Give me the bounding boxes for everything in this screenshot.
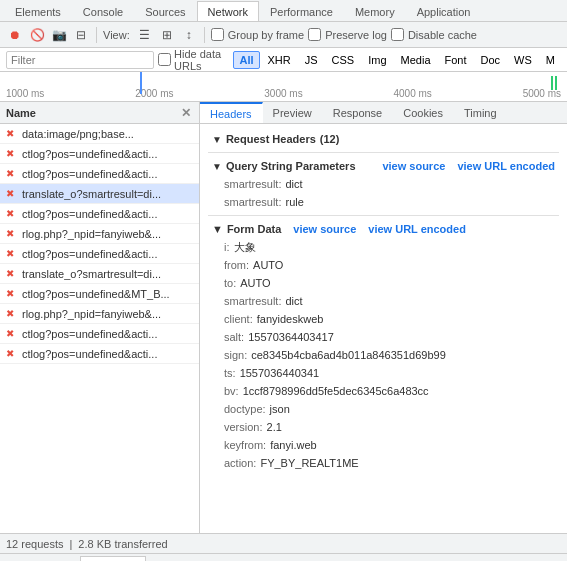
clear-button[interactable]: 🚫 [28, 26, 46, 44]
timeline-cursor [140, 72, 142, 94]
tab-application[interactable]: Application [406, 1, 482, 21]
tab-memory[interactable]: Memory [344, 1, 406, 21]
form-data-section[interactable]: ▼ Form Data view source view URL encoded [208, 220, 559, 238]
type-filter-ws[interactable]: WS [508, 51, 538, 69]
request-item[interactable]: ✖ ctlog?pos=undefined&acti... [0, 144, 199, 164]
type-filter-font[interactable]: Font [439, 51, 473, 69]
request-item[interactable]: ✖ data:image/png;base... [0, 124, 199, 144]
request-type-icon: ✖ [6, 328, 18, 340]
request-item[interactable]: ✖ ctlog?pos=undefined&MT_B... [0, 284, 199, 304]
close-panel-icon[interactable]: ✕ [179, 106, 193, 120]
view-url-encoded-link[interactable]: view URL encoded [457, 160, 555, 172]
timeline-green-markers [551, 76, 557, 90]
form-val: 15570364403417 [248, 329, 334, 345]
preserve-log-label[interactable]: Preserve log [308, 28, 387, 41]
type-filter-all[interactable]: All [233, 51, 259, 69]
preserve-log-checkbox[interactable] [308, 28, 321, 41]
request-item[interactable]: ✖ rlog.php?_npid=fanyiweb&... [0, 224, 199, 244]
tab-performance[interactable]: Performance [259, 1, 344, 21]
type-filter-doc[interactable]: Doc [475, 51, 507, 69]
form-val: AUTO [240, 275, 270, 291]
tab-elements[interactable]: Elements [4, 1, 72, 21]
disable-cache-checkbox[interactable] [391, 28, 404, 41]
disable-cache-label[interactable]: Disable cache [391, 28, 477, 41]
request-name: rlog.php?_npid=fanyiweb&... [22, 228, 161, 240]
record-button[interactable]: ⏺ [6, 26, 24, 44]
form-key: i: [224, 239, 230, 255]
request-headers-label: Request Headers [226, 133, 316, 145]
request-item[interactable]: ✖ ctlog?pos=undefined&acti... [0, 164, 199, 184]
group-by-frame-checkbox[interactable] [211, 28, 224, 41]
request-item[interactable]: ✖ ctlog?pos=undefined&acti... [0, 204, 199, 224]
bottom-tab-search[interactable]: Search ✕ [80, 556, 146, 562]
view-waterfall-btn[interactable]: ↕ [180, 26, 198, 44]
form-val: json [270, 401, 290, 417]
request-item[interactable]: ✖ ctlog?pos=undefined&acti... [0, 344, 199, 364]
request-item[interactable]: ✖ translate_o?smartresult=di... [0, 264, 199, 284]
filter-button[interactable]: ⊟ [72, 26, 90, 44]
request-name: ctlog?pos=undefined&acti... [22, 208, 157, 220]
detail-tab-cookies[interactable]: Cookies [393, 102, 454, 123]
hide-data-urls-checkbox[interactable] [158, 53, 171, 66]
screenshot-button[interactable]: 📷 [50, 26, 68, 44]
triangle-icon: ▼ [212, 134, 222, 145]
view-grid-btn[interactable]: ⊞ [158, 26, 176, 44]
bottom-menu-button[interactable]: ⋮ [4, 556, 24, 562]
main-content: Name ✕ ✖ data:image/png;base... ✖ ctlog?… [0, 102, 567, 533]
request-list-panel: Name ✕ ✖ data:image/png;base... ✖ ctlog?… [0, 102, 200, 533]
hide-data-urls-text: Hide data URLs [174, 48, 229, 72]
type-filter-js[interactable]: JS [299, 51, 324, 69]
tab-sources[interactable]: Sources [134, 1, 196, 21]
form-val: FY_BY_REALT1ME [260, 455, 358, 471]
form-val: 大象 [234, 239, 256, 255]
detail-tab-response[interactable]: Response [323, 102, 394, 123]
form-val: 2.1 [267, 419, 282, 435]
form-data-row: version: 2.1 [208, 418, 559, 436]
request-type-icon: ✖ [6, 148, 18, 160]
view-list-btn[interactable]: ☰ [136, 26, 154, 44]
tab-network[interactable]: Network [197, 1, 259, 21]
type-filter-xhr[interactable]: XHR [262, 51, 297, 69]
request-item-selected[interactable]: ✖ translate_o?smartresult=di... [0, 184, 199, 204]
request-name: ctlog?pos=undefined&MT_B... [22, 288, 170, 300]
tab-console[interactable]: Console [72, 1, 134, 21]
detail-tab-preview[interactable]: Preview [263, 102, 323, 123]
form-data-row: doctype: json [208, 400, 559, 418]
query-param-row: smartresult: dict [208, 175, 559, 193]
form-data-url-encoded-link[interactable]: view URL encoded [368, 223, 466, 235]
bottom-tabs: ⋮ Console Search ✕ [0, 554, 567, 561]
request-list: ✖ data:image/png;base... ✖ ctlog?pos=und… [0, 124, 199, 533]
group-by-frame-label[interactable]: Group by frame [211, 28, 304, 41]
form-data-source-link[interactable]: view source [293, 223, 356, 235]
request-type-icon: ✖ [6, 188, 18, 200]
request-type-icon: ✖ [6, 288, 18, 300]
request-item[interactable]: ✖ ctlog?pos=undefined&acti... [0, 244, 199, 264]
timeline: 1000 ms 2000 ms 3000 ms 4000 ms 5000 ms [0, 72, 567, 102]
type-filter-other[interactable]: M [540, 51, 561, 69]
top-tab-bar: Elements Console Sources Network Perform… [0, 0, 567, 22]
request-item[interactable]: ✖ ctlog?pos=undefined&acti... [0, 324, 199, 344]
form-data-row: sign: ce8345b4cba6ad4b011a846351d69b99 [208, 346, 559, 364]
request-name: ctlog?pos=undefined&acti... [22, 148, 157, 160]
type-filter-img[interactable]: Img [362, 51, 392, 69]
filter-input[interactable] [6, 51, 154, 69]
preserve-log-text: Preserve log [325, 29, 387, 41]
form-val: 1557036440341 [240, 365, 320, 381]
request-headers-section[interactable]: ▼ Request Headers (12) [208, 130, 559, 148]
detail-tab-headers[interactable]: Headers [200, 102, 263, 123]
bottom-tab-console[interactable]: Console [24, 556, 80, 562]
marker-4000: 4000 ms [393, 88, 431, 99]
form-data-row: ts: 1557036440341 [208, 364, 559, 382]
request-name: ctlog?pos=undefined&acti... [22, 348, 157, 360]
form-val: dict [285, 293, 302, 309]
type-filter-media[interactable]: Media [395, 51, 437, 69]
form-data-row: action: FY_BY_REALT1ME [208, 454, 559, 472]
separator-1 [96, 27, 97, 43]
request-item[interactable]: ✖ rlog.php?_npid=fanyiweb&... [0, 304, 199, 324]
request-type-icon: ✖ [6, 308, 18, 320]
hide-data-urls-label[interactable]: Hide data URLs [158, 48, 229, 72]
query-string-section[interactable]: ▼ Query String Parameters view source vi… [208, 157, 559, 175]
type-filter-css[interactable]: CSS [326, 51, 361, 69]
view-source-link[interactable]: view source [382, 160, 445, 172]
detail-tab-timing[interactable]: Timing [454, 102, 508, 123]
